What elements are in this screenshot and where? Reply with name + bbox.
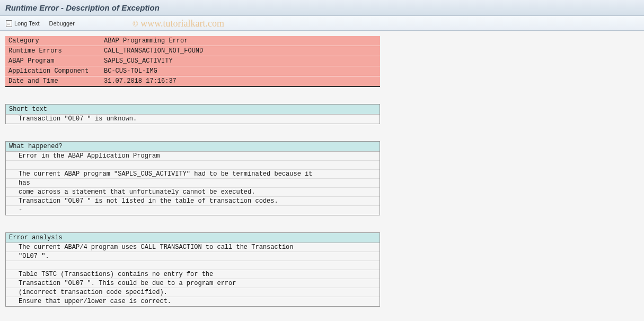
long-text-button[interactable]: Long Text bbox=[5, 20, 40, 27]
long-text-label: Long Text bbox=[14, 20, 40, 27]
info-label: Application Component bbox=[5, 66, 101, 76]
title-bar: Runtime Error - Description of Exception bbox=[0, 0, 644, 16]
info-value: SAPLS_CUS_ACTIVITY bbox=[101, 56, 380, 66]
toolbar: Long Text Debugger bbox=[0, 16, 644, 31]
section-header: Error analysis bbox=[6, 233, 380, 243]
section-line: Transaction "OL07 " is unknown. bbox=[6, 115, 380, 124]
runtime-error-info-table: CategoryABAP Programming ErrorRuntime Er… bbox=[5, 36, 380, 87]
error-section: Short textTransaction "OL07 " is unknown… bbox=[5, 104, 380, 124]
info-value: 31.07.2018 17:16:37 bbox=[101, 76, 380, 87]
info-label: Category bbox=[5, 36, 101, 46]
section-line bbox=[6, 261, 380, 270]
section-line: "OL07 ". bbox=[6, 252, 380, 261]
section-line: Transaction "OL07 " is not listed in the… bbox=[6, 197, 380, 206]
error-section: What happened?Error in the ABAP Applicat… bbox=[5, 141, 380, 215]
info-label: ABAP Program bbox=[5, 56, 101, 66]
document-icon bbox=[5, 20, 13, 27]
error-section: Error analysisThe current ABAP/4 program… bbox=[5, 232, 380, 307]
section-line: come across a statement that unfortunate… bbox=[6, 188, 380, 197]
content-area: CategoryABAP Programming ErrorRuntime Er… bbox=[0, 31, 644, 312]
section-header: What happened? bbox=[6, 142, 380, 152]
info-row: Date and Time31.07.2018 17:16:37 bbox=[5, 76, 380, 87]
info-row: Application ComponentBC-CUS-TOL-IMG bbox=[5, 66, 380, 76]
section-line: The current ABAP program "SAPLS_CUS_ACTI… bbox=[6, 170, 380, 179]
section-line: Transaction "OL07 ". This could be due t… bbox=[6, 279, 380, 288]
info-row: Runtime ErrorsCALL_TRANSACTION_NOT_FOUND bbox=[5, 46, 380, 56]
section-line: has bbox=[6, 179, 380, 188]
info-value: BC-CUS-TOL-IMG bbox=[101, 66, 380, 76]
debugger-label: Debugger bbox=[49, 20, 75, 27]
section-line: (incorrect transaction code specified). bbox=[6, 288, 380, 297]
section-line: The current ABAP/4 program uses CALL TRA… bbox=[6, 243, 380, 252]
info-row: ABAP ProgramSAPLS_CUS_ACTIVITY bbox=[5, 56, 380, 66]
section-line: - bbox=[6, 206, 380, 215]
section-line: Ensure that upper/lower case is correct. bbox=[6, 297, 380, 306]
info-label: Runtime Errors bbox=[5, 46, 101, 56]
section-line bbox=[6, 161, 380, 170]
section-line: Table TSTC (Transactions) contains no en… bbox=[6, 270, 380, 279]
page-title: Runtime Error - Description of Exception bbox=[5, 3, 160, 12]
debugger-button[interactable]: Debugger bbox=[49, 20, 75, 27]
info-value: CALL_TRANSACTION_NOT_FOUND bbox=[101, 46, 380, 56]
section-line: Error in the ABAP Application Program bbox=[6, 152, 380, 161]
info-row: CategoryABAP Programming Error bbox=[5, 36, 380, 46]
section-header: Short text bbox=[6, 105, 380, 115]
info-value: ABAP Programming Error bbox=[101, 36, 380, 46]
info-label: Date and Time bbox=[5, 76, 101, 87]
